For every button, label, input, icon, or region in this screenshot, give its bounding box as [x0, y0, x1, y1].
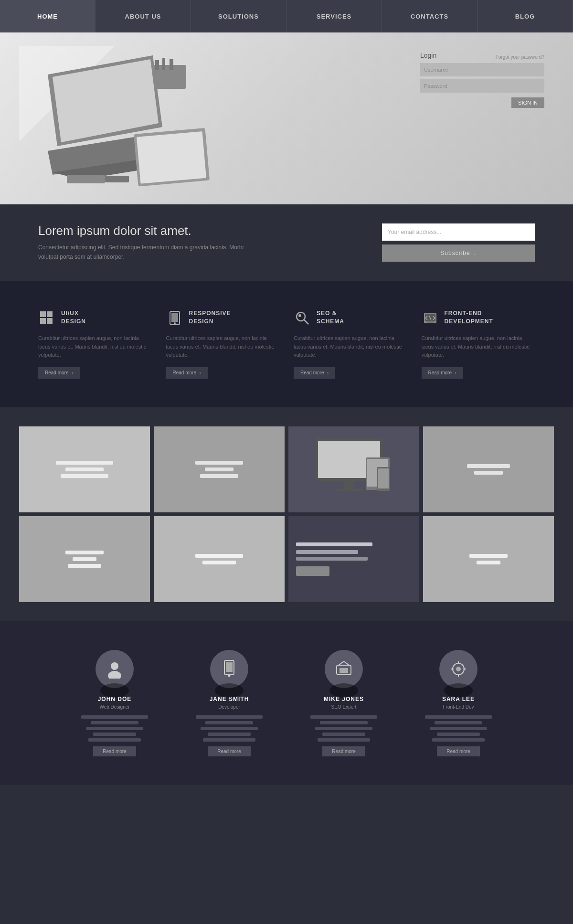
- avatar-container-3: [325, 650, 363, 688]
- svg-rect-10: [137, 131, 206, 184]
- team-lines-1: [62, 715, 167, 742]
- nav-solutions[interactable]: SOLUTIONS: [191, 0, 286, 32]
- team-lines-3: [291, 715, 396, 742]
- feature-responsive-title: RESPONSIVEDESIGN: [189, 309, 231, 326]
- feature-frontend-header: FRONT-ENDDEVELOPMENT: [422, 309, 535, 327]
- email-input[interactable]: [382, 223, 535, 241]
- team-section: JOHN DOE Web Designer Read more JANE SMI…: [0, 621, 573, 785]
- code-icon: [422, 309, 439, 327]
- feature-frontend-readmore[interactable]: Read more ›: [422, 367, 463, 379]
- portfolio-item-4[interactable]: [423, 426, 554, 512]
- subscribe-text: Lorem ipsum dolor sit amet. Consectetur …: [38, 223, 353, 261]
- subscribe-form: Subscribe...: [382, 223, 535, 262]
- feature-seo-readmore[interactable]: Read more ›: [294, 367, 335, 379]
- main-nav: HOME ABOUT US SOLUTIONS SERVICES CONTACT…: [0, 0, 573, 32]
- feature-uiux-desc: Curabitur ultrices sapien augue, non lac…: [38, 334, 152, 360]
- svg-point-39: [228, 674, 231, 677]
- nav-home[interactable]: HOME: [0, 0, 96, 32]
- username-input[interactable]: [420, 63, 544, 76]
- feature-responsive-header: RESPONSIVEDESIGN: [166, 309, 280, 327]
- avatar-container-4: [439, 650, 478, 688]
- portfolio-item-featured[interactable]: [288, 426, 419, 512]
- feature-responsive-readmore[interactable]: Read more ›: [166, 367, 208, 379]
- portfolio-item-6[interactable]: [154, 516, 285, 602]
- svg-rect-13: [40, 311, 46, 317]
- portfolio-item-8[interactable]: [423, 516, 554, 602]
- portfolio-section: [0, 407, 573, 621]
- login-form: Login Forgot your password? SIGN IN: [420, 52, 544, 108]
- feature-responsive-desc: Curabitur ultrices sapien augue, non lac…: [166, 334, 280, 360]
- svg-rect-38: [226, 662, 233, 672]
- svg-rect-26: [427, 321, 434, 323]
- portfolio-item-1[interactable]: [19, 426, 150, 512]
- team-readmore-4[interactable]: Read more: [437, 746, 479, 756]
- portfolio-item-2[interactable]: [154, 426, 285, 512]
- nav-blog[interactable]: BLOG: [478, 0, 573, 32]
- svg-rect-2: [155, 60, 159, 70]
- svg-rect-16: [47, 318, 53, 324]
- team-role-2: Developer: [218, 704, 240, 710]
- team-readmore-2[interactable]: Read more: [208, 746, 250, 756]
- portfolio-placeholder-4: [467, 464, 510, 475]
- svg-point-22: [298, 314, 301, 317]
- login-button[interactable]: SIGN IN: [511, 97, 544, 108]
- team-role-4: Front-End Dev: [443, 704, 474, 710]
- arrow-icon: ›: [455, 370, 456, 376]
- avatar-shadow-3: [329, 683, 358, 698]
- team-role-3: SEO Expert: [331, 704, 357, 710]
- svg-point-19: [174, 322, 176, 324]
- svg-rect-11: [67, 175, 105, 183]
- portfolio-item-7[interactable]: [288, 516, 419, 602]
- feature-uiux-readmore[interactable]: Read more ›: [38, 367, 80, 379]
- team-readmore-1[interactable]: Read more: [93, 746, 136, 756]
- feature-seo-desc: Curabitur ultrices sapien augue, non lac…: [294, 334, 407, 360]
- feature-frontend: FRONT-ENDDEVELOPMENT Curabitur ultrices …: [422, 309, 535, 379]
- avatar-1: [96, 650, 134, 688]
- nav-about[interactable]: ABOUT US: [96, 0, 191, 32]
- avatar-container-2: [210, 650, 248, 688]
- svg-marker-41: [339, 661, 349, 665]
- svg-rect-34: [378, 468, 389, 489]
- feature-seo: SEO &SCHEMA Curabitur ultrices sapien au…: [294, 309, 407, 379]
- nav-services[interactable]: SERVICES: [286, 0, 382, 32]
- svg-point-36: [108, 671, 121, 679]
- team-member-4: SARA LEE Front-End Dev Read more: [406, 650, 511, 756]
- feature-seo-title: SEO &SCHEMA: [317, 309, 344, 326]
- team-member-3: MIKE JONES SEO Expert Read more: [291, 650, 396, 756]
- svg-point-44: [456, 667, 461, 671]
- avatar-4: [439, 650, 478, 688]
- avatar-shadow-4: [444, 683, 473, 698]
- svg-point-35: [111, 662, 118, 670]
- subscribe-desc: Consectetur adipiscing elit. Sed tristiq…: [38, 243, 353, 261]
- svg-rect-29: [344, 481, 354, 489]
- portfolio-placeholder-6: [195, 554, 243, 564]
- team-role-1: Web Designer: [99, 704, 129, 710]
- team-member-2: JANE SMITH Developer Read more: [177, 650, 282, 756]
- arrow-icon: ›: [199, 370, 201, 376]
- arrow-icon: ›: [71, 370, 73, 376]
- feature-seo-header: SEO &SCHEMA: [294, 309, 407, 327]
- grid-icon: [38, 309, 55, 327]
- subscribe-heading: Lorem ipsum dolor sit amet.: [38, 223, 353, 238]
- avatar-shadow-2: [215, 683, 244, 698]
- team-readmore-3[interactable]: Read more: [322, 746, 365, 756]
- forgot-password-link[interactable]: Forgot your password?: [496, 54, 544, 60]
- team-lines-2: [177, 715, 282, 742]
- team-lines-4: [406, 715, 511, 742]
- feature-uiux-header: UI/UXDESIGN: [38, 309, 152, 327]
- feature-responsive: RESPONSIVEDESIGN Curabitur ultrices sapi…: [166, 309, 280, 379]
- features-section: UI/UXDESIGN Curabitur ultrices sapien au…: [0, 281, 573, 407]
- avatar-shadow-1: [100, 683, 129, 698]
- password-input[interactable]: [420, 79, 544, 93]
- portfolio-item-5[interactable]: [19, 516, 150, 602]
- subscribe-button[interactable]: Subscribe...: [382, 244, 535, 262]
- subscribe-section: Lorem ipsum dolor sit amet. Consectetur …: [0, 204, 573, 281]
- portfolio-grid: [19, 426, 554, 602]
- team-member-1: JOHN DOE Web Designer Read more: [62, 650, 167, 756]
- nav-contacts[interactable]: CONTACTS: [382, 0, 478, 32]
- search-icon: [294, 309, 311, 327]
- avatar-2: [210, 650, 248, 688]
- arrow-icon: ›: [327, 370, 329, 376]
- portfolio-placeholder-8: [469, 554, 508, 564]
- svg-rect-4: [170, 59, 173, 70]
